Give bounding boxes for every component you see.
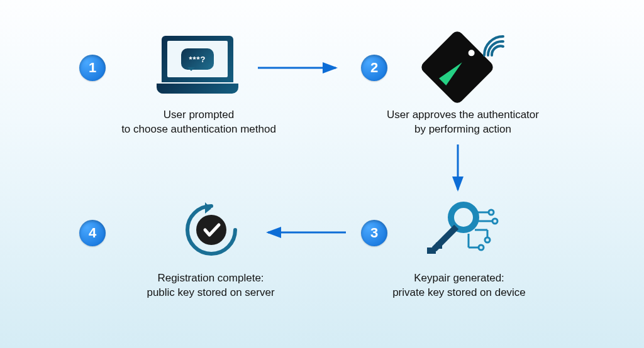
caption-line: public key stored on server [147,286,274,298]
svg-point-7 [489,210,494,215]
step-caption-4: Registration complete: public key stored… [107,271,314,300]
step-caption-2: User approves the authenticator by perfo… [362,108,564,137]
step-badge-3: 3 [361,220,387,246]
laptop-prompt-icon: ***? [157,36,238,94]
step-caption-1: User prompted to choose authentication m… [92,108,306,137]
caption-line: Keypair generated: [414,272,504,284]
password-bubble-icon: ***? [181,48,214,70]
nfc-waves-icon [478,30,513,62]
svg-point-9 [492,219,497,224]
caption-line: private key stored on device [392,286,526,298]
bubble-text: ***? [189,55,206,64]
caption-line: to choose authentication method [121,123,276,135]
caption-line: Registration complete: [157,272,264,284]
svg-point-15 [479,245,484,250]
arrow-right-icon [257,62,345,74]
step-badge-1: 1 [79,55,106,81]
svg-rect-5 [436,242,442,249]
svg-rect-4 [427,247,436,254]
arrow-left-icon [259,226,347,239]
caption-line: by performing action [414,123,511,135]
svg-point-17 [196,215,226,245]
svg-point-12 [485,237,490,242]
refresh-checkmark-icon [180,198,243,261]
step-badge-4: 4 [79,220,106,246]
security-key-tag-icon [421,33,509,102]
step-caption-3: Keypair generated: private key stored on… [358,271,560,300]
caption-line: User prompted [164,109,234,121]
key-circuit-icon [418,198,500,261]
step-badge-2: 2 [361,55,387,81]
diagram-stage: 1 ***? User prompted to choose authentic… [0,0,644,348]
caption-line: User approves the authenticator [387,109,539,121]
arrow-down-icon [452,143,464,197]
